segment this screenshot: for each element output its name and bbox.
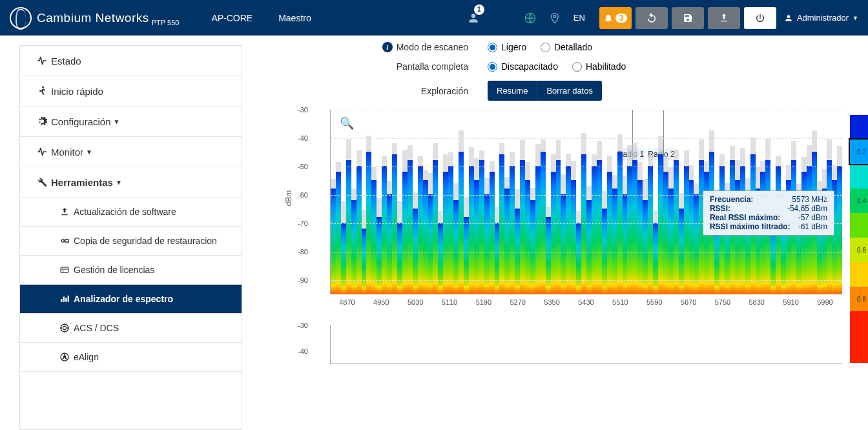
sidebar-item-1[interactable]: Inicio rápido [20, 76, 242, 107]
power-button[interactable] [744, 7, 776, 29]
chart-tooltip: Frecuencia:5573 MHz RSSI:-54,65 dBm Real… [703, 190, 834, 236]
sidebar-item-9[interactable]: ACS / DCS [20, 314, 242, 343]
radio-detailed[interactable]: Detallado [541, 42, 592, 52]
bars-icon [56, 294, 74, 303]
sidebar-item-10[interactable]: eAlign [20, 343, 242, 372]
sidebar-item-0[interactable]: Estado [20, 46, 242, 76]
undo-button[interactable] [636, 7, 668, 29]
model-label: PTP 550 [152, 19, 180, 29]
svg-rect-4 [61, 267, 68, 272]
save-button[interactable] [672, 7, 704, 29]
pulse-icon [33, 146, 51, 158]
globe-icon[interactable] [518, 8, 542, 28]
sidebar-item-5[interactable]: Actualización de software [20, 198, 242, 227]
resume-button[interactable]: Resume [488, 81, 537, 101]
export-button[interactable] [708, 7, 740, 29]
plot-area[interactable]: 🔍 Radio 1 Radio 2 [330, 110, 842, 294]
user-icon[interactable]: 1 [461, 8, 486, 28]
upload-icon [56, 207, 74, 217]
sidebar-item-6[interactable]: Copia de seguridad de restauracion [20, 227, 242, 256]
colorbar: 0.20.40.60.8 [850, 115, 868, 336]
sidebar-item-8[interactable]: Analizador de espectro [20, 285, 242, 314]
sidebar-item-4[interactable]: Herramientas▼ [20, 167, 242, 198]
wrench-icon [33, 176, 51, 188]
pulse-icon [33, 55, 51, 67]
notifications-button[interactable]: 3 [599, 7, 632, 29]
info-icon[interactable]: i [382, 42, 393, 52]
sidebar-item-3[interactable]: Monitor▼ [20, 137, 242, 167]
logo-block: Cambium Networks PTP 550 [10, 7, 179, 29]
svg-rect-7 [65, 298, 67, 302]
user-badge: 1 [474, 5, 484, 15]
radio-light[interactable]: Ligero [488, 42, 526, 52]
spectrum-chart-2: -30-40 [281, 325, 842, 364]
crumb-maestro[interactable]: Maestro [265, 13, 324, 23]
language-selector[interactable]: EN [567, 13, 592, 23]
svg-point-1 [553, 15, 556, 17]
location-icon[interactable] [542, 8, 567, 28]
svg-rect-8 [68, 296, 69, 302]
align-icon [56, 352, 74, 362]
crumb-apcore[interactable]: AP-CORE [198, 13, 265, 23]
plot-area-2[interactable] [330, 325, 842, 364]
sidebar-item-2[interactable]: Configuración▼ [20, 107, 242, 137]
radio-fs-disabled[interactable]: Discapacitado [488, 61, 558, 72]
colorbar-2 [850, 331, 868, 363]
svg-rect-5 [61, 299, 62, 302]
logo-icon [10, 7, 32, 29]
brand-name: Cambium Networks [37, 11, 149, 25]
sidebar-item-7[interactable]: Gestión de licencias [20, 256, 242, 285]
target-icon [56, 323, 74, 333]
sidebar: EstadoInicio rápidoConfiguración▼Monitor… [19, 45, 242, 430]
gear-icon [33, 116, 51, 127]
radio-fs-enabled[interactable]: Habilitado [572, 61, 626, 72]
fullscreen-label: Pantalla completa [281, 61, 488, 72]
clear-data-button[interactable]: Borrar datos [537, 81, 602, 101]
breadcrumb: AP-CORE Maestro [198, 13, 324, 23]
svg-point-2 [42, 87, 44, 88]
svg-point-10 [63, 326, 66, 329]
notif-count: 3 [615, 14, 628, 23]
user-menu[interactable]: Administrador ▼ [784, 13, 858, 23]
spectrum-chart: dBm -30-40-50-60-70-80-90 🔍 Radio 1 Radi… [281, 110, 842, 306]
scan-mode-label: Modo de escaneo [397, 42, 468, 52]
exploration-label: Exploración [281, 86, 488, 96]
main-content: iModo de escaneo Ligero Detallado Pantal… [242, 36, 868, 430]
header: Cambium Networks PTP 550 AP-CORE Maestro… [0, 0, 868, 36]
svg-rect-6 [63, 297, 65, 302]
run-icon [33, 85, 51, 97]
backup-icon [56, 236, 74, 246]
card-icon [56, 265, 74, 274]
svg-point-3 [61, 240, 64, 242]
